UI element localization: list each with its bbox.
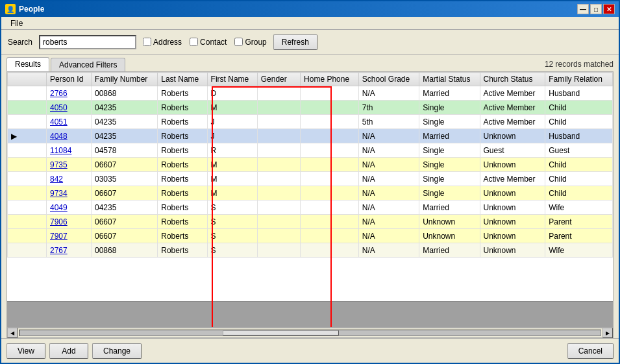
church-status-cell: Unknown [480,186,545,200]
group-checkbox[interactable] [234,38,243,46]
cancel-button[interactable]: Cancel [567,343,614,359]
person-id-cell[interactable]: 9734 [47,186,92,200]
marital-status-cell: Married [419,86,480,101]
marital-status-cell: Unknown [419,229,480,243]
menu-bar: File [1,17,619,30]
gender-cell [257,115,300,129]
minimize-button[interactable]: — [577,4,589,14]
gender-cell [257,215,300,229]
family-relation-cell: Guest [545,143,613,158]
address-checkbox-item: Address [143,38,182,47]
add-button[interactable]: Add [49,343,88,359]
title-bar: 👤 People — □ ✕ [1,1,619,17]
col-family-number: Family Number [92,73,158,86]
scrollbar-track[interactable] [19,330,601,336]
tab-results[interactable]: Results [6,57,49,71]
home-phone-cell [301,129,359,143]
table-row[interactable]: 84203035RobertsMN/ASingleActive MemberCh… [8,172,613,186]
table-row[interactable]: 276700868RobertsSN/AMarriedUnknownWife [8,243,613,258]
person-id-cell[interactable]: 4048 [47,129,92,143]
last-name-cell: Roberts [158,129,207,143]
address-label: Address [153,38,182,47]
table-row[interactable]: 276600868RobertsDN/AMarriedActive Member… [8,86,613,101]
contact-checkbox[interactable] [190,38,198,46]
tabs-row: Results Advanced Filters 12 records matc… [1,55,619,71]
scroll-right-button[interactable]: ▶ [602,328,613,338]
last-name-cell: Roberts [158,215,207,229]
marital-status-cell: Married [419,200,480,215]
table-row[interactable]: 405004235RobertsM7thSingleActive MemberC… [8,101,613,115]
family-number-cell: 06607 [92,229,158,243]
person-id-cell[interactable]: 4051 [47,115,92,129]
home-phone-cell [301,243,359,258]
family-relation-cell: Wife [545,243,613,258]
table-header-row: Person Id Family Number Last Name First … [8,73,613,86]
table-body: 276600868RobertsDN/AMarriedActive Member… [8,86,613,258]
table-row[interactable]: 790606607RobertsSN/AUnknownUnknownParent [8,215,613,229]
refresh-button[interactable]: Refresh [273,34,317,50]
church-status-cell: Active Member [480,86,545,101]
file-menu[interactable]: File [6,18,27,29]
table-row[interactable]: ▶404804235RobertsJN/AMarriedUnknownHusba… [8,129,613,143]
scroll-left-button[interactable]: ◀ [7,328,18,338]
records-info: 12 records matched [545,60,614,71]
view-button[interactable]: View [6,343,45,359]
family-relation-cell: Wife [545,200,613,215]
table-row[interactable]: 790706607RobertsSN/AUnknownUnknownParent [8,229,613,243]
person-id-cell[interactable]: 2767 [47,243,92,258]
table-row[interactable]: 405104235RobertsJ5thSingleActive MemberC… [8,115,613,129]
school-grade-cell: N/A [358,158,419,172]
school-grade-cell: 7th [358,101,419,115]
maximize-button[interactable]: □ [590,4,602,14]
family-relation-cell: Child [545,115,613,129]
table-wrapper[interactable]: Person Id Family Number Last Name First … [7,72,613,301]
person-id-cell[interactable]: 2766 [47,86,92,101]
contact-label: Contact [200,38,227,47]
church-status-cell: Unknown [480,229,545,243]
row-indicator-cell [8,172,47,186]
row-indicator-cell [8,229,47,243]
close-button[interactable]: ✕ [603,4,615,14]
gender-cell [257,243,300,258]
table-row[interactable]: 973506607RobertsMN/ASingleUnknownChild [8,158,613,172]
home-phone-cell [301,229,359,243]
marital-status-cell: Single [419,143,480,158]
person-id-cell[interactable]: 7906 [47,215,92,229]
table-row[interactable]: 404904235RobertsSN/AMarriedUnknownWife [8,200,613,215]
home-phone-cell [301,215,359,229]
filter-checkboxes: Address Contact Group [143,38,267,47]
school-grade-cell: N/A [358,243,419,258]
gender-cell [257,101,300,115]
table-row[interactable]: 1108404578RobertsRN/ASingleGuestGuest [8,143,613,158]
family-relation-cell: Child [545,172,613,186]
scrollbar-thumb[interactable] [223,330,339,335]
table-row[interactable]: 973406607RobertsMN/ASingleUnknownChild [8,186,613,200]
search-label: Search [8,38,32,47]
horizontal-scrollbar[interactable]: ◀ ▶ [6,328,614,338]
address-checkbox[interactable] [143,38,151,46]
school-grade-cell: N/A [358,86,419,101]
person-id-cell[interactable]: 7907 [47,229,92,243]
family-relation-cell: Child [545,186,613,200]
first-name-cell: R [207,143,257,158]
person-id-cell[interactable]: 4049 [47,200,92,215]
person-id-cell[interactable]: 842 [47,172,92,186]
col-gender: Gender [257,73,300,86]
family-number-cell: 06607 [92,158,158,172]
search-input[interactable] [39,35,136,49]
group-label: Group [245,38,266,47]
person-id-cell[interactable]: 9735 [47,158,92,172]
row-indicator-cell [8,200,47,215]
table-section: Person Id Family Number Last Name First … [6,71,614,328]
home-phone-cell [301,200,359,215]
family-relation-cell: Husband [545,86,613,101]
church-status-cell: Guest [480,143,545,158]
person-id-cell[interactable]: 4050 [47,101,92,115]
family-number-cell: 04235 [92,101,158,115]
tab-advanced-filters[interactable]: Advanced Filters [51,58,125,71]
home-phone-cell [301,172,359,186]
person-id-cell[interactable]: 11084 [47,143,92,158]
family-number-cell: 00868 [92,86,158,101]
change-button[interactable]: Change [92,343,142,359]
family-relation-cell: Parent [545,215,613,229]
